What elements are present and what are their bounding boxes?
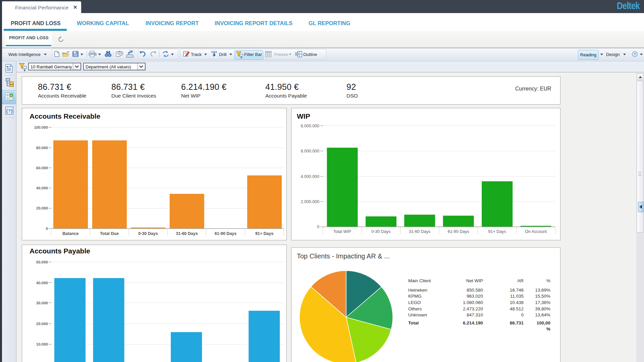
svg-text:Total Due: Total Due [100,231,119,236]
svg-text:0-30 Days: 0-30 Days [371,229,390,234]
svg-text:31-60 Days: 31-60 Days [409,229,430,234]
svg-text:61-90 Days: 61-90 Days [448,229,469,234]
svg-text:6.000.000: 6.000.000 [301,149,319,154]
svg-text:0: 0 [317,225,319,229]
svg-text:91+ Days: 91+ Days [488,229,506,234]
svg-text:40.000: 40.000 [36,186,48,190]
svg-text:30.000: 30.000 [36,301,48,305]
svg-text:2.000.000: 2.000.000 [301,199,319,204]
svg-text:91+ Days: 91+ Days [255,231,274,236]
svg-text:31-60 Days: 31-60 Days [176,231,198,236]
svg-text:50.000: 50.000 [36,260,48,264]
svg-text:60.000: 60.000 [36,166,48,170]
svg-text:?: ? [634,52,636,56]
svg-text:4.000.000: 4.000.000 [301,174,319,179]
svg-text:Total WIP: Total WIP [333,229,351,234]
svg-text:20.000: 20.000 [36,322,48,326]
svg-text:On Account: On Account [525,229,547,234]
svg-text:20.000: 20.000 [36,206,48,210]
svg-text:40.000: 40.000 [36,281,48,285]
svg-text:Balance: Balance [62,231,78,236]
svg-text:10.000: 10.000 [36,342,48,346]
svg-text:0: 0 [46,227,48,231]
svg-text:(?): (?) [6,108,12,114]
svg-text:100.000: 100.000 [34,125,48,129]
svg-text:0-30 Days: 0-30 Days [138,231,158,236]
svg-text:61-90 Days: 61-90 Days [215,231,236,236]
svg-text:80.000: 80.000 [36,146,48,150]
svg-text:8.000.000: 8.000.000 [301,124,319,128]
